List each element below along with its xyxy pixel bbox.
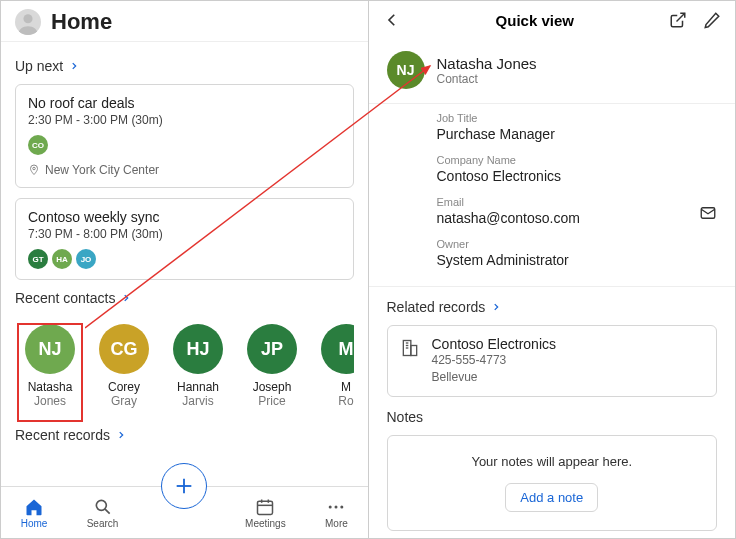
add-note-button[interactable]: Add a note	[505, 483, 598, 512]
contacts-row: NJ Natasha Jones CG Corey Gray HJ Hannah…	[15, 316, 354, 417]
contact-last-name: Jones	[34, 394, 66, 408]
nav-more[interactable]: More	[325, 497, 348, 529]
add-button[interactable]	[161, 463, 207, 509]
contact-first-name: Joseph	[253, 380, 292, 394]
contact-first-name: Natasha	[28, 380, 73, 394]
event-title: No roof car deals	[28, 95, 341, 111]
attendee-avatar: GT	[28, 249, 48, 269]
field-label: Job Title	[437, 112, 718, 124]
nav-search-label: Search	[87, 518, 119, 529]
contact-first-name: Hannah	[177, 380, 219, 394]
chevron-right-icon	[69, 61, 79, 71]
svg-line-5	[105, 509, 110, 514]
contact-item[interactable]: M M Ro	[315, 324, 354, 409]
page-title: Home	[51, 9, 112, 35]
attendee-avatar: JO	[76, 249, 96, 269]
contact-item[interactable]: CG Corey Gray	[93, 324, 155, 409]
contact-avatar: HJ	[173, 324, 223, 374]
open-external-icon[interactable]	[669, 11, 687, 29]
mail-icon[interactable]	[699, 204, 717, 222]
contact-last-name: Price	[258, 394, 285, 408]
contact-avatar: CG	[99, 324, 149, 374]
notes-card: Your notes will appear here. Add a note	[387, 435, 718, 531]
location-text: New York City Center	[45, 163, 159, 177]
phone-quick-view-screen: Quick view NJ Natasha Jones Contact	[369, 1, 736, 538]
phone-home-screen: Home Up next No roof car deals 2:30 PM -…	[1, 1, 369, 538]
field-value: Purchase Manager	[437, 126, 718, 142]
field-job-title[interactable]: Job Title Purchase Manager	[437, 108, 736, 150]
user-avatar-icon[interactable]	[15, 9, 41, 35]
contact-avatar: NJ	[25, 324, 75, 374]
notes-label: Notes	[387, 409, 424, 425]
field-owner[interactable]: Owner System Administrator	[437, 234, 736, 276]
contact-avatar: JP	[247, 324, 297, 374]
field-label: Company Name	[437, 154, 718, 166]
contact-last-name: Gray	[111, 394, 137, 408]
contact-last-name: Ro	[338, 394, 353, 408]
nav-home[interactable]: Home	[21, 497, 48, 529]
recent-records-label: Recent records	[15, 427, 110, 443]
contact-last-name: Jarvis	[182, 394, 213, 408]
contact-avatar: M	[321, 324, 354, 374]
quick-view-header: Quick view	[369, 1, 736, 35]
contact-type: Contact	[437, 72, 537, 86]
contact-fields: Job Title Purchase Manager Company Name …	[369, 104, 736, 287]
section-up-next[interactable]: Up next	[15, 58, 354, 74]
back-button[interactable]	[383, 11, 401, 29]
attendee-avatar: HA	[52, 249, 72, 269]
event-time: 2:30 PM - 3:00 PM (30m)	[28, 113, 341, 127]
notes-empty-message: Your notes will appear here.	[398, 454, 707, 469]
field-label: Owner	[437, 238, 718, 250]
svg-line-13	[677, 13, 685, 21]
svg-point-1	[33, 167, 36, 170]
chevron-right-icon	[116, 430, 126, 440]
chevron-right-icon	[121, 293, 131, 303]
contact-first-name: Corey	[108, 380, 140, 394]
bottom-nav: Home Search Meetings More	[1, 486, 368, 538]
related-phone: 425-555-4773	[432, 352, 557, 369]
section-recent-records[interactable]: Recent records	[15, 427, 354, 443]
nav-more-label: More	[325, 518, 348, 529]
event-time: 7:30 PM - 8:00 PM (30m)	[28, 227, 341, 241]
contact-item[interactable]: JP Joseph Price	[241, 324, 303, 409]
event-title: Contoso weekly sync	[28, 209, 341, 225]
nav-search[interactable]: Search	[87, 497, 119, 529]
nav-home-label: Home	[21, 518, 48, 529]
nav-meetings-label: Meetings	[245, 518, 286, 529]
contact-first-name: M	[341, 380, 351, 394]
field-company[interactable]: Company Name Contoso Electronics	[437, 150, 736, 192]
field-label: Email	[437, 196, 718, 208]
svg-point-10	[329, 505, 332, 508]
contact-header: NJ Natasha Jones Contact	[369, 41, 736, 104]
related-records-label: Related records	[387, 299, 486, 315]
section-notes: Notes	[387, 409, 718, 425]
nav-meetings[interactable]: Meetings	[245, 497, 286, 529]
field-value: natasha@contoso.com	[437, 210, 718, 226]
attendee-avatar: CO	[28, 135, 48, 155]
location-pin-icon	[28, 164, 40, 176]
svg-point-0	[23, 14, 32, 23]
related-city: Bellevue	[432, 369, 557, 386]
contact-avatar: NJ	[387, 51, 425, 89]
section-related-records[interactable]: Related records	[387, 299, 718, 315]
contact-item[interactable]: HJ Hannah Jarvis	[167, 324, 229, 409]
event-location: New York City Center	[28, 163, 341, 177]
contact-item[interactable]: NJ Natasha Jones	[19, 324, 81, 409]
svg-rect-6	[258, 501, 273, 514]
svg-point-11	[335, 505, 338, 508]
event-card[interactable]: Contoso weekly sync 7:30 PM - 8:00 PM (3…	[15, 198, 354, 280]
svg-point-4	[96, 500, 106, 510]
up-next-label: Up next	[15, 58, 63, 74]
section-recent-contacts[interactable]: Recent contacts	[15, 290, 354, 306]
edit-icon[interactable]	[703, 11, 721, 29]
related-record-card[interactable]: Contoso Electronics 425-555-4773 Bellevu…	[387, 325, 718, 397]
contact-name: Natasha Jones	[437, 55, 537, 72]
recent-contacts-label: Recent contacts	[15, 290, 115, 306]
header: Home	[1, 1, 368, 42]
event-card[interactable]: No roof car deals 2:30 PM - 3:00 PM (30m…	[15, 84, 354, 188]
field-value: System Administrator	[437, 252, 718, 268]
svg-rect-16	[410, 346, 416, 356]
field-email[interactable]: Email natasha@contoso.com	[437, 192, 736, 234]
svg-point-12	[341, 505, 344, 508]
quick-view-title: Quick view	[496, 12, 574, 29]
